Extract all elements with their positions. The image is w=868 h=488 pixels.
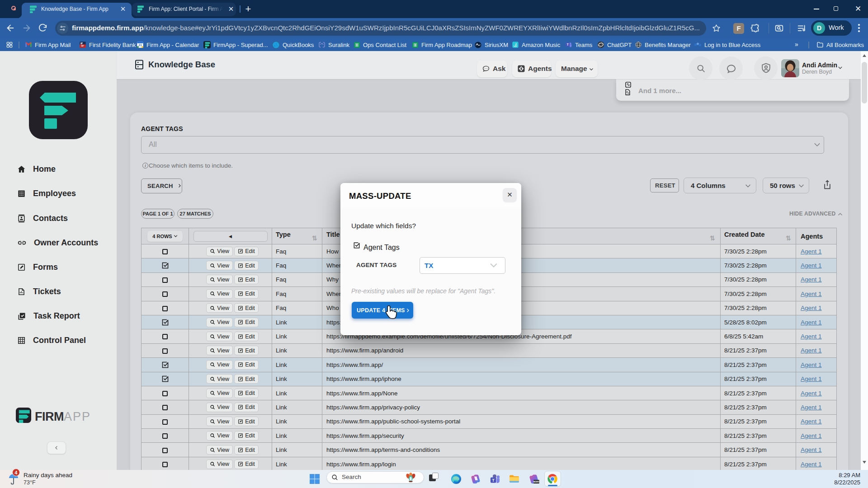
svg-text:M365: M365 xyxy=(533,480,539,483)
svg-text:21: 21 xyxy=(138,43,142,47)
svg-text:T: T xyxy=(567,43,569,46)
svg-text:T: T xyxy=(492,478,495,483)
